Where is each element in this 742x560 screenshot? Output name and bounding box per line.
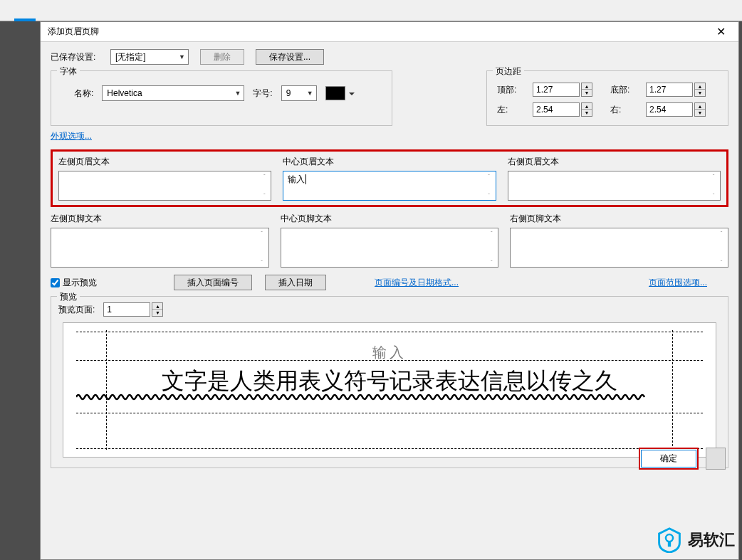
preview-page-input[interactable] bbox=[103, 302, 150, 317]
preview-header-text: 输入 bbox=[63, 343, 716, 362]
header-footer-dialog: 添加页眉页脚 ✕ 已保存设置: [无指定] ▼ 删除 保存设置... 字体 名称… bbox=[40, 21, 739, 560]
down-icon[interactable]: ▼ bbox=[152, 310, 162, 316]
up-icon[interactable]: ˆ bbox=[716, 230, 726, 236]
footer-left-label: 左侧页脚文本 bbox=[51, 213, 269, 225]
down-icon[interactable]: ▼ bbox=[695, 110, 705, 116]
up-icon[interactable]: ˆ bbox=[257, 230, 267, 236]
footer-right-textarea[interactable]: ˆˇ bbox=[510, 228, 728, 268]
footer-right-label: 右侧页脚文本 bbox=[510, 213, 728, 225]
page-range-options-link[interactable]: 页面范围选项... bbox=[649, 277, 707, 289]
preview-page-label: 预览页面: bbox=[58, 304, 95, 316]
font-name-label: 名称: bbox=[74, 88, 93, 100]
header-right-label: 右侧页眉文本 bbox=[508, 156, 721, 168]
down-icon[interactable]: ˇ bbox=[709, 192, 719, 199]
up-icon[interactable]: ▲ bbox=[582, 103, 592, 110]
font-name-combo[interactable]: Helvetica ▼ bbox=[102, 85, 244, 101]
cancel-button[interactable] bbox=[706, 448, 726, 470]
dialog-title: 添加页眉页脚 bbox=[48, 26, 99, 38]
font-legend: 字体 bbox=[57, 65, 80, 78]
font-color-picker[interactable] bbox=[325, 86, 345, 100]
app-toolbar bbox=[0, 0, 742, 21]
margin-top-label: 顶部: bbox=[497, 84, 527, 96]
up-icon[interactable]: ▲ bbox=[695, 83, 705, 90]
ok-button[interactable]: 确定 bbox=[639, 448, 699, 470]
page-number-format-link[interactable]: 页面编号及日期格式... bbox=[375, 277, 459, 289]
header-highlight: 左侧页眉文本 ˆˇ 中心页眉文本 输入 ˆˇ 右侧页眉文本 bbox=[51, 149, 728, 207]
brand-text: 易软汇 bbox=[688, 529, 735, 551]
margin-left-label: 左: bbox=[497, 104, 527, 116]
saved-settings-row: 已保存设置: [无指定] ▼ 删除 保存设置... bbox=[51, 49, 728, 65]
down-icon[interactable]: ▼ bbox=[695, 90, 705, 96]
preview-legend: 预览 bbox=[57, 291, 80, 303]
chevron-down-icon: ▼ bbox=[234, 90, 241, 97]
down-icon[interactable]: ˇ bbox=[484, 192, 494, 199]
chevron-down-icon: ▼ bbox=[307, 90, 313, 97]
down-icon[interactable]: ▼ bbox=[582, 90, 592, 96]
up-icon[interactable]: ˆ bbox=[709, 173, 719, 179]
up-icon[interactable]: ˆ bbox=[259, 173, 269, 179]
saved-settings-label: 已保存设置: bbox=[51, 51, 99, 63]
margin-bottom-label: 底部: bbox=[610, 84, 640, 96]
header-left-label: 左侧页眉文本 bbox=[58, 156, 271, 168]
insert-date-button[interactable]: 插入日期 bbox=[265, 275, 326, 290]
margin-group: 页边距 顶部: ▲▼ 底部: ▲▼ 左: ▲▼ bbox=[486, 70, 728, 126]
brand-logo-icon bbox=[657, 527, 682, 553]
down-icon[interactable]: ▼ bbox=[582, 110, 592, 116]
dialog-title-bar: 添加页眉页脚 ✕ bbox=[41, 22, 738, 42]
preview-page-spinner[interactable]: ▲▼ bbox=[103, 302, 163, 317]
show-preview-checkbox[interactable]: 显示预览 bbox=[51, 277, 97, 289]
appearance-options-link[interactable]: 外观选项... bbox=[51, 131, 92, 141]
margin-left-spinner[interactable]: ▲▼ bbox=[533, 102, 605, 117]
top-options: 字体 名称: Helvetica ▼ 字号: 9 ▼ 页边距 bbox=[51, 70, 728, 126]
preview-pane: 输入 文字是人类用表义符号记录表达信息以传之久 bbox=[63, 322, 716, 458]
margin-right-label: 右: bbox=[610, 104, 640, 116]
svg-point-0 bbox=[666, 534, 673, 541]
font-size-label: 字号: bbox=[253, 88, 272, 100]
insert-page-number-button[interactable]: 插入页面编号 bbox=[174, 275, 252, 290]
dialog-body: 已保存设置: [无指定] ▼ 删除 保存设置... 字体 名称: Helveti… bbox=[41, 42, 738, 475]
margin-top-input[interactable] bbox=[533, 83, 580, 97]
margin-bottom-input[interactable] bbox=[646, 83, 693, 97]
margin-left-input[interactable] bbox=[533, 102, 580, 117]
header-center-textarea[interactable]: 输入 ˆˇ bbox=[283, 171, 496, 201]
font-size-combo[interactable]: 9 ▼ bbox=[281, 85, 317, 101]
down-icon[interactable]: ˇ bbox=[257, 259, 267, 265]
footer-left-textarea[interactable]: ˆˇ bbox=[51, 228, 269, 268]
margin-right-input[interactable] bbox=[646, 102, 693, 117]
header-right-textarea[interactable]: ˆˇ bbox=[508, 171, 721, 201]
close-icon[interactable]: ✕ bbox=[711, 23, 731, 40]
up-icon[interactable]: ▲ bbox=[152, 303, 162, 310]
header-center-label: 中心页眉文本 bbox=[283, 156, 496, 168]
toolbar-accent bbox=[14, 19, 36, 21]
up-icon[interactable]: ˆ bbox=[484, 173, 494, 179]
footer-center-textarea[interactable]: ˆˇ bbox=[281, 228, 499, 268]
brand-watermark: 易软汇 bbox=[657, 527, 735, 553]
footer-center-label: 中心页脚文本 bbox=[281, 213, 499, 225]
down-icon[interactable]: ˇ bbox=[259, 192, 269, 199]
font-group: 字体 名称: Helvetica ▼ 字号: 9 ▼ bbox=[51, 70, 392, 126]
svg-rect-1 bbox=[668, 541, 671, 546]
header-left-textarea[interactable]: ˆˇ bbox=[58, 171, 271, 201]
preview-group: 预览 预览页面: ▲▼ 输入 文字是人类用表义符号记录表达信息以传之久 bbox=[51, 296, 728, 468]
margin-right-spinner[interactable]: ▲▼ bbox=[646, 102, 718, 117]
saved-settings-combo[interactable]: [无指定] ▼ bbox=[110, 49, 189, 65]
delete-button[interactable]: 删除 bbox=[200, 49, 244, 65]
down-icon[interactable]: ˇ bbox=[486, 259, 496, 265]
margin-top-spinner[interactable]: ▲▼ bbox=[533, 83, 605, 97]
margin-bottom-spinner[interactable]: ▲▼ bbox=[646, 83, 718, 97]
wavy-underline bbox=[76, 393, 646, 401]
up-icon[interactable]: ▲ bbox=[582, 83, 592, 90]
up-icon[interactable]: ▲ bbox=[695, 103, 705, 110]
up-icon[interactable]: ˆ bbox=[486, 230, 496, 236]
margin-legend: 页边距 bbox=[493, 65, 524, 78]
save-settings-button[interactable]: 保存设置... bbox=[256, 49, 324, 65]
chevron-down-icon: ▼ bbox=[179, 53, 185, 60]
down-icon[interactable]: ˇ bbox=[716, 259, 726, 265]
